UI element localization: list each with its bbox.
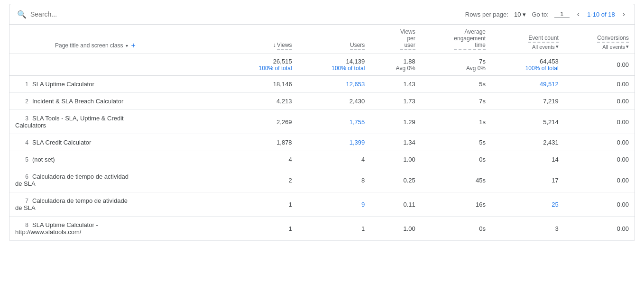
rows-per-page-value: 10 xyxy=(514,11,521,18)
page-name[interactable]: SLA Uptime Calculator xyxy=(32,81,94,88)
totals-users: 14,139 100% of total xyxy=(298,54,371,76)
table-header-row: Page title and screen class ▾ + ↓Views U… xyxy=(9,25,635,54)
cell-users: 1,755 xyxy=(298,110,371,134)
cell-users: 1 xyxy=(298,217,371,241)
page-name[interactable]: Calculadora de tempo de atividade de SLA xyxy=(15,197,128,211)
add-dimension-button[interactable]: + xyxy=(131,41,135,50)
search-icon: 🔍 xyxy=(17,10,27,19)
page-name[interactable]: SLA Tools - SLA, Uptime & Credit Calcula… xyxy=(15,115,124,129)
cell-avg-engagement: 16s xyxy=(421,192,491,217)
cell-views: 1 xyxy=(225,217,298,241)
table-row: 7Calculadora de tempo de atividade de SL… xyxy=(9,192,635,217)
totals-row: 26,515 100% of total 14,139 100% of tota… xyxy=(9,54,635,76)
page-name[interactable]: Incident & SLA Breach Calculator xyxy=(32,98,123,105)
table-row: 5(not set)441.000s140.00 xyxy=(9,151,635,168)
cell-views-per-user: 1.73 xyxy=(370,93,421,110)
totals-views: 26,515 100% of total xyxy=(225,54,298,76)
cell-event-count: 5,214 xyxy=(491,110,564,134)
cell-views: 1 xyxy=(225,192,298,217)
sort-icon: ↓ xyxy=(273,42,276,48)
cell-views: 4,213 xyxy=(225,93,298,110)
cell-users: 12,653 xyxy=(298,76,371,93)
cell-page: 5(not set) xyxy=(9,151,225,168)
col-header-event-count[interactable]: Event count All events ▾ xyxy=(491,25,564,54)
cell-views-per-user: 0.25 xyxy=(370,168,421,192)
row-number: 6 xyxy=(15,173,28,180)
table-row: 2Incident & SLA Breach Calculator4,2132,… xyxy=(9,93,635,110)
rows-per-page-select[interactable]: 10 ▾ xyxy=(514,11,526,18)
toolbar: 🔍 Rows per page: 10 ▾ Go to: ‹ 1-10 of 1… xyxy=(9,4,635,25)
cell-views-per-user: 1.29 xyxy=(370,110,421,134)
cell-page: 4SLA Credit Calculator xyxy=(9,134,225,151)
cell-avg-engagement: 5s xyxy=(421,76,491,93)
cell-users: 9 xyxy=(298,192,371,217)
conversions-dropdown-icon[interactable]: ▾ xyxy=(626,44,629,50)
cell-conversions: 0.00 xyxy=(564,76,635,93)
row-number: 1 xyxy=(15,81,28,88)
totals-event-count: 64,453 100% of total xyxy=(491,54,564,76)
row-number: 5 xyxy=(15,156,28,163)
table-row: 3SLA Tools - SLA, Uptime & Credit Calcul… xyxy=(9,110,635,134)
table-row: 8SLA Uptime Calculator - http://www.slat… xyxy=(9,217,635,241)
cell-event-count: 14 xyxy=(491,151,564,168)
cell-conversions: 0.00 xyxy=(564,134,635,151)
cell-event-count: 17 xyxy=(491,168,564,192)
cell-views-per-user: 1.00 xyxy=(370,217,421,241)
cell-event-count: 49,512 xyxy=(491,76,564,93)
event-count-dropdown-icon[interactable]: ▾ xyxy=(556,44,559,50)
cell-views: 2 xyxy=(225,168,298,192)
col-header-conversions[interactable]: Conversions All events ▾ xyxy=(564,25,635,54)
totals-avg-engagement: 7s Avg 0% xyxy=(421,54,491,76)
cell-users: 8 xyxy=(298,168,371,192)
cell-page: 8SLA Uptime Calculator - http://www.slat… xyxy=(9,217,225,241)
cell-page: 2Incident & SLA Breach Calculator xyxy=(9,93,225,110)
row-number: 3 xyxy=(15,115,28,122)
col-header-avg-engagement[interactable]: Average engagement time xyxy=(421,25,491,54)
cell-conversions: 0.00 xyxy=(564,168,635,192)
prev-page-button[interactable]: ‹ xyxy=(575,9,581,19)
cell-views-per-user: 1.43 xyxy=(370,76,421,93)
cell-conversions: 0.00 xyxy=(564,192,635,217)
col-header-users[interactable]: Users xyxy=(298,25,371,54)
cell-event-count: 3 xyxy=(491,217,564,241)
page-name[interactable]: Calculadora de tiempo de actividad de SL… xyxy=(15,173,129,187)
rows-per-page-chevron: ▾ xyxy=(523,11,526,18)
cell-avg-engagement: 0s xyxy=(421,217,491,241)
page-name[interactable]: SLA Credit Calculator xyxy=(32,139,91,146)
totals-conversions: 0.00 xyxy=(564,54,635,76)
cell-conversions: 0.00 xyxy=(564,217,635,241)
page-info: 1-10 of 18 xyxy=(587,11,615,18)
cell-conversions: 0.00 xyxy=(564,151,635,168)
row-number: 2 xyxy=(15,98,28,105)
col-header-views-per-user[interactable]: Views per user xyxy=(370,25,421,54)
page-name[interactable]: (not set) xyxy=(32,156,55,163)
totals-views-per-user: 1.88 Avg 0% xyxy=(370,54,421,76)
goto-label: Go to: xyxy=(532,11,548,18)
search-input[interactable] xyxy=(30,10,461,18)
table-row: 6Calculadora de tiempo de actividad de S… xyxy=(9,168,635,192)
pagination-area: Rows per page: 10 ▾ Go to: ‹ 1-10 of 18 … xyxy=(465,9,627,19)
col-header-page: Page title and screen class ▾ + xyxy=(9,25,225,54)
data-table: Page title and screen class ▾ + ↓Views U… xyxy=(9,25,635,241)
cell-page: 3SLA Tools - SLA, Uptime & Credit Calcul… xyxy=(9,110,225,134)
cell-views-per-user: 1.34 xyxy=(370,134,421,151)
col-header-views[interactable]: ↓Views xyxy=(225,25,298,54)
cell-page: 7Calculadora de tempo de atividade de SL… xyxy=(9,192,225,217)
cell-page: 1SLA Uptime Calculator xyxy=(9,76,225,93)
row-number: 8 xyxy=(15,222,28,228)
cell-avg-engagement: 1s xyxy=(421,110,491,134)
cell-views: 2,269 xyxy=(225,110,298,134)
next-page-button[interactable]: › xyxy=(621,9,627,19)
cell-views-per-user: 0.11 xyxy=(370,192,421,217)
cell-event-count: 2,431 xyxy=(491,134,564,151)
cell-conversions: 0.00 xyxy=(564,110,635,134)
cell-avg-engagement: 0s xyxy=(421,151,491,168)
cell-event-count: 7,219 xyxy=(491,93,564,110)
totals-page-cell xyxy=(9,54,225,76)
cell-users: 1,399 xyxy=(298,134,371,151)
cell-users: 4 xyxy=(298,151,371,168)
page-col-dropdown-icon[interactable]: ▾ xyxy=(126,43,128,48)
cell-views: 4 xyxy=(225,151,298,168)
cell-avg-engagement: 5s xyxy=(421,134,491,151)
goto-input[interactable] xyxy=(554,10,570,18)
